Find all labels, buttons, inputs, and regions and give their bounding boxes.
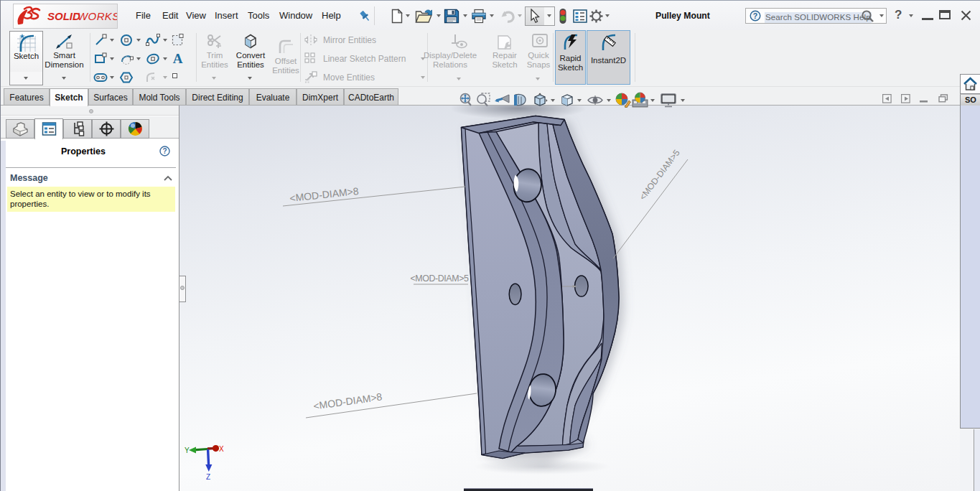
svg-text:Z: Z [206, 473, 210, 481]
svg-text:?: ? [753, 11, 757, 20]
svg-text:<MOD-DIAM>5: <MOD-DIAM>5 [411, 273, 469, 284]
svg-text:SOLID: SOLID [47, 10, 80, 22]
svg-text:<MOD-DIAM>8: <MOD-DIAM>8 [312, 391, 383, 411]
svg-text:<MOD-DIAM>5: <MOD-DIAM>5 [638, 148, 682, 202]
svg-text:X: X [219, 445, 224, 453]
svg-text:Y: Y [185, 446, 190, 454]
svg-text:A: A [173, 52, 183, 65]
svg-text:WORKS: WORKS [78, 10, 117, 22]
svg-text:<MOD-DIAM>8: <MOD-DIAM>8 [289, 185, 360, 204]
svg-text:?: ? [162, 147, 167, 155]
